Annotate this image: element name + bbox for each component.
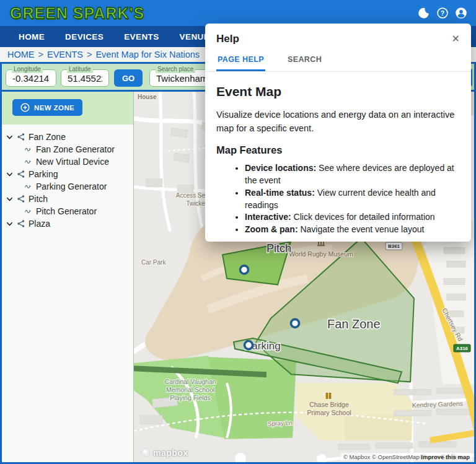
zone-hub-icon (17, 133, 25, 141)
svg-text:?: ? (441, 10, 444, 17)
map-label-chase-bridge-2: Primary School (307, 409, 351, 416)
help-dialog-titlebar: Help ✕ (205, 24, 471, 49)
map-label-cardinal-1: Cardinal Vaughan (164, 378, 216, 385)
map-label-chase-bridge-1: Chase Bridge (309, 401, 349, 408)
tree-zone-pitch[interactable]: Pitch (2, 193, 133, 205)
device-icon (24, 208, 32, 216)
tree-device-parking-generator[interactable]: Parking Generator (2, 180, 133, 193)
chevron-down-icon[interactable] (6, 133, 14, 141)
device-icon (24, 146, 32, 154)
breadcrumb-separator: > (87, 50, 92, 59)
help-dialog-title: Help (216, 33, 239, 45)
map-label-house: House (138, 94, 157, 100)
help-features-heading: Map Features (216, 144, 460, 156)
app-window: GREEN SPARK'S ? HOME DEVICES EVENTS VENU… (0, 0, 476, 464)
close-icon[interactable]: ✕ (452, 34, 460, 44)
sidebar-header: NEW ZONE (2, 92, 133, 125)
map-label-kendrey-gardens: Kendrey Gardens (412, 400, 464, 409)
help-features-list: Device locations: See where devices are … (216, 162, 460, 236)
nav-devices[interactable]: DEVICES (65, 32, 104, 42)
tree-zone-plaza[interactable]: Plaza (2, 217, 133, 230)
new-zone-label: NEW ZONE (34, 104, 74, 112)
feature-item: Device locations: See where devices are … (245, 162, 460, 187)
latitude-label: Latitude (67, 66, 93, 73)
residential-area (424, 219, 474, 384)
zone-label-pitch: Pitch (267, 242, 291, 255)
tree-device-new-virtual-device[interactable]: New Virtual Device (2, 155, 133, 168)
zone-label: Plaza (29, 219, 50, 229)
mapbox-wordmark: mapbox (153, 448, 188, 458)
mapbox-icon (140, 447, 151, 458)
new-zone-button[interactable]: NEW ZONE (12, 99, 82, 116)
map-label-cardinal-3: Playing Fields (170, 394, 210, 401)
chevron-down-icon[interactable] (6, 220, 14, 228)
zone-hub-icon (17, 170, 25, 178)
go-button[interactable]: GO (114, 69, 143, 87)
device-marker-pitch[interactable] (240, 266, 249, 274)
account-icon[interactable] (455, 7, 467, 19)
help-dialog-tabs: PAGE HELP SEARCH (205, 49, 471, 72)
dark-mode-moon-icon[interactable] (418, 7, 430, 19)
device-icon (24, 183, 32, 191)
map-label-car-park: Car Park (141, 259, 166, 266)
chevron-down-icon[interactable] (6, 195, 14, 203)
zone-label: Parking (29, 169, 58, 179)
roundabout (235, 453, 246, 462)
tree-device-fan-zone-generator[interactable]: Fan Zone Generator (2, 143, 133, 155)
search-place-label: Search place (156, 66, 195, 73)
feature-item: Zoom & pan: Navigate the event venue lay… (245, 224, 460, 236)
plus-circle-icon (20, 103, 30, 112)
attribution-osm-link[interactable]: © OpenStreetMap (372, 453, 420, 460)
map-attribution: © Mapbox © OpenStreetMap Improve this ma… (341, 453, 472, 461)
help-intro: Visualize device locations and energy da… (216, 108, 460, 136)
breadcrumb-separator: > (38, 50, 43, 59)
zone-tree: Fan Zone Fan Zone Generator New Virtual … (2, 125, 133, 230)
device-label: Parking Generator (36, 182, 107, 191)
device-label: Fan Zone Generator (36, 144, 115, 154)
svg-text:B361: B361 (388, 243, 400, 249)
map-label-spray-ln: Spray Ln (268, 419, 293, 427)
breadcrumb-current: Event Map for Six Nations (95, 50, 200, 59)
tab-page-help[interactable]: PAGE HELP (216, 49, 265, 71)
tree-device-pitch-generator[interactable]: Pitch Generator (2, 205, 133, 217)
zone-hub-icon (17, 195, 25, 203)
device-label: New Virtual Device (36, 157, 109, 167)
latitude-field-wrap: Latitude (61, 69, 109, 87)
nav-home[interactable]: HOME (19, 32, 45, 42)
road-shield-a316: A316 (454, 344, 470, 352)
zone-label: Fan Zone (29, 132, 66, 142)
zone-label: Pitch (29, 194, 48, 204)
road-shield-b361: B361 (386, 242, 402, 250)
improve-map-link[interactable]: Improve this map (421, 453, 470, 460)
app-header: GREEN SPARK'S ? (0, 0, 476, 26)
help-dialog: Help ✕ PAGE HELP SEARCH Event Map Visual… (205, 24, 471, 242)
brand-logo: GREEN SPARK'S (10, 4, 144, 22)
svg-text:A316: A316 (456, 346, 469, 351)
nav-events[interactable]: EVENTS (124, 32, 159, 42)
tree-zone-fan-zone[interactable]: Fan Zone (2, 131, 133, 143)
zone-hub-icon (17, 219, 25, 228)
zones-sidebar: NEW ZONE Fan Zone Fan Zone Generator (2, 92, 134, 462)
feature-item: Real-time status: View current device he… (245, 187, 460, 212)
map-label-museum: World Rugby Museum (289, 250, 353, 258)
tab-search[interactable]: SEARCH (286, 49, 323, 71)
device-marker-fan-zone[interactable] (291, 319, 299, 327)
breadcrumb-home[interactable]: HOME (7, 50, 35, 59)
bottom-right-yellow-area (345, 416, 412, 440)
longitude-label: Longitude (12, 66, 43, 73)
chevron-down-icon[interactable] (6, 170, 14, 178)
attribution-mapbox-link[interactable]: © Mapbox (343, 453, 370, 460)
breadcrumb-events[interactable]: EVENTS (47, 50, 83, 59)
help-dialog-body: Event Map Visualize device locations and… (205, 72, 471, 242)
device-label: Pitch Generator (36, 206, 97, 216)
device-marker-parking[interactable] (245, 341, 253, 349)
feature-item: Interactive: Click devices for detailed … (245, 211, 460, 224)
zone-label-fan-zone: Fan Zone (327, 317, 381, 331)
longitude-field-wrap: Longitude (6, 69, 56, 87)
mapbox-logo[interactable]: mapbox (140, 447, 188, 458)
help-icon[interactable]: ? (436, 7, 449, 19)
help-heading: Event Map (216, 84, 460, 99)
device-icon (24, 158, 32, 166)
map-label-cardinal-2: Memorial School (166, 386, 214, 393)
tree-zone-parking[interactable]: Parking (2, 168, 133, 180)
